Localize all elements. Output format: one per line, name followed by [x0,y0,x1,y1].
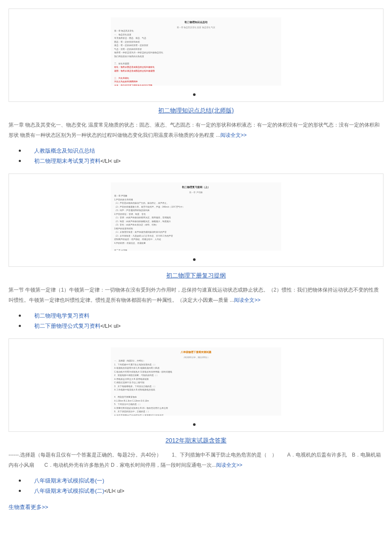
category-label: 生物 [9,504,20,510]
thumb-3-lines: 一、选择题（每题2分，共40分）1、下列措施中不属于防止电热危害的是（ ）A.电… [114,359,278,416]
category-line: 生物查看更多>> [9,503,383,511]
read-more-1[interactable]: 阅读全文>> [220,132,247,138]
thumb-3-sub: （时间60分钟，满分100分） [114,356,278,359]
thumbnail-2[interactable]: 初二物理复习提纲（上） 第一章 声现象 第一章 声现象1.声音的发生和传播（1）… [111,182,281,251]
bullet-icon [193,258,196,261]
excerpt-3-text: ------.选择题（每题有且仅有一个答案是正确的。每题2分。共40分） 1、下… [9,452,381,468]
thumb-3-content: 八年级物理下册期末测试题 （时间60分钟，满分100分） 一、选择题（每题2分，… [111,347,281,416]
thumb-2-content: 初二物理复习提纲（上） 第一章 声现象 第一章 声现象1.声音的发生和传播（1）… [111,182,281,251]
thumb-1-heading: 初二物理知识点总结 [114,21,278,24]
thumbnail-1[interactable]: 初二物理知识点总结 第一章 物态及其变化 温度 物态变化 气压 第一章 物态及其… [111,17,281,86]
excerpt-2: 第一节 牛顿第一定律（1）牛顿第一定律：一切物体在没有受到外力作用时，总保持匀速… [9,285,383,305]
read-more-2[interactable]: 阅读全文>> [234,297,260,303]
list-item: 八年级期末考试模拟试卷(一) [9,477,383,485]
title-link-2[interactable]: 初二物理下册复习提纲 [9,272,383,280]
thumb-2-sub: 第一章 声现象 [114,191,278,194]
list-item: 人教版概念及知识点总结 [9,147,383,155]
link-list-3: 八年级期末考试模拟试卷(一) 八年级期末考试模拟试卷(二)</LI< ul> [9,477,383,495]
bullet-icon [193,423,196,426]
related-link-3a[interactable]: 八年级期末考试模拟试卷(一) [34,477,104,484]
section-exam-2012: 八年级物理下册期末测试题 （时间60分钟，满分100分） 一、选择题（每题2分，… [9,338,383,495]
suffix-1b: </LI< ul> [101,158,121,164]
thumb-1-lines: 第一章 物态及其变化一、物态变化温度常见物质状态：固态、液态、气态固态：有一定的… [114,29,278,86]
section-physics-knowledge: 初二物理知识点总结 第一章 物态及其变化 温度 物态变化 气压 第一章 物态及其… [9,9,383,165]
thumb-2-lines: 第一章 声现象1.声音的发生和传播（1）声音是由物体的振动产生的。振动停止，发声… [114,194,278,251]
excerpt-1: 第一章 物态及其变化一、物态变化 温度常见物质的状态：固态、液态、气态固态：有一… [9,120,383,140]
thumbnail-box-2: 初二物理复习提纲（上） 第一章 声现象 第一章 声现象1.声音的发生和传播（1）… [9,173,383,267]
link-list-2: 初二物理电学复习资料 初二下册物理公式复习资料</LI< ul> [9,312,383,330]
view-more-link[interactable]: 查看更多>> [20,504,48,510]
title-link-1[interactable]: 初二物理知识点总结(北师版) [9,107,383,115]
link-list-1: 人教版概念及知识点总结 初二物理期末考试复习资料</LI< ul> [9,147,383,165]
related-link-1a[interactable]: 人教版概念及知识点总结 [34,147,95,154]
list-item: 初二下册物理公式复习资料</LI< ul> [9,322,383,330]
related-link-2a[interactable]: 初二物理电学复习资料 [34,312,89,319]
read-more-3[interactable]: 阅读全文>> [216,462,242,468]
suffix-2b: </LI< ul> [101,323,121,329]
thumb-1-sub: 第一章 物态及其变化 温度 物态变化 气压 [114,26,278,29]
related-link-2b[interactable]: 初二下册物理公式复习资料 [34,323,101,329]
list-item: 八年级期末考试模拟试卷(二)</LI< ul> [9,487,383,495]
thumbnail-3[interactable]: 八年级物理下册期末测试题 （时间60分钟，满分100分） 一、选择题（每题2分，… [111,347,281,416]
excerpt-1-text: 第一章 物态及其变化一、物态变化 温度常见物质的状态：固态、液态、气态固态：有一… [9,122,380,138]
thumb-2-heading: 初二物理复习提纲（上） [114,186,278,189]
related-link-1b[interactable]: 初二物理期末考试复习资料 [34,158,101,164]
list-item: 初二物理期末考试复习资料</LI< ul> [9,157,383,165]
excerpt-2-text: 第一节 牛顿第一定律（1）牛顿第一定律：一切物体在没有受到外力作用时，总保持匀速… [9,287,379,303]
thumb-1-content: 初二物理知识点总结 第一章 物态及其变化 温度 物态变化 气压 第一章 物态及其… [111,17,281,86]
thumbnail-box-1: 初二物理知识点总结 第一章 物态及其变化 温度 物态变化 气压 第一章 物态及其… [9,9,383,102]
suffix-3b: </LI< ul> [104,488,124,494]
thumb-3-heading: 八年级物理下册期末测试题 [114,351,278,354]
bullet-icon [193,93,196,96]
excerpt-3: ------.选择题（每题有且仅有一个答案是正确的。每题2分。共40分） 1、下… [9,450,383,470]
section-physics-review: 初二物理复习提纲（上） 第一章 声现象 第一章 声现象1.声音的发生和传播（1）… [9,173,383,330]
thumbnail-box-3: 八年级物理下册期末测试题 （时间60分钟，满分100分） 一、选择题（每题2分，… [9,338,383,432]
title-link-3[interactable]: 2012年期末试题含答案 [9,437,383,445]
list-item: 初二物理电学复习资料 [9,312,383,320]
related-link-3b[interactable]: 八年级期末考试模拟试卷(二) [34,488,104,494]
